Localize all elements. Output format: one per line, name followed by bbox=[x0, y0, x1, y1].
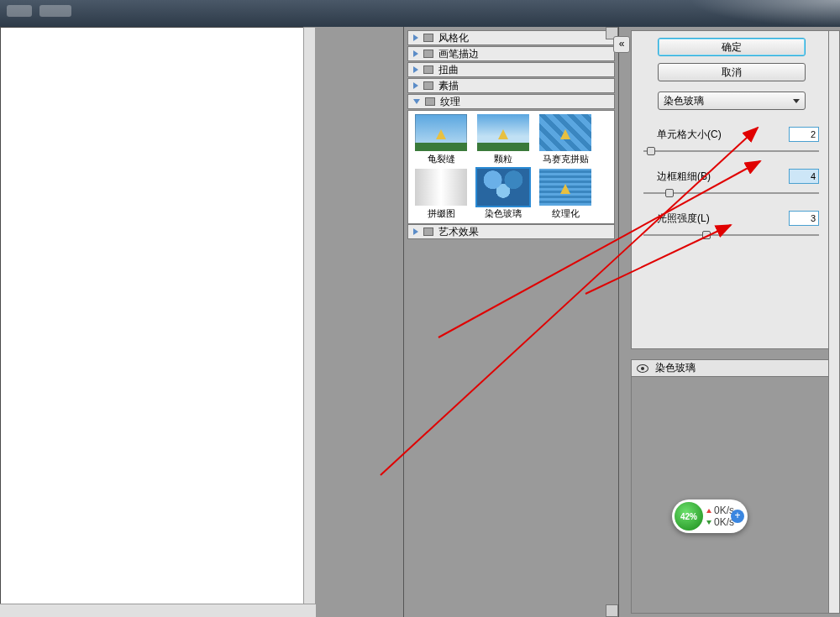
thumb-texturizer[interactable]: 纹理化 bbox=[536, 169, 595, 220]
param-border: 边框粗细(B) bbox=[643, 169, 819, 197]
light-input[interactable] bbox=[789, 211, 819, 226]
effect-preview-panel: 染色玻璃 bbox=[631, 359, 832, 614]
cat-label: 艺术效果 bbox=[438, 225, 479, 239]
preview-title: 染色玻璃 bbox=[655, 361, 696, 375]
upload-icon bbox=[706, 509, 711, 513]
thumb-craquelure[interactable]: 龟裂缝 bbox=[412, 114, 470, 165]
texture-thumbnails: 龟裂缝 颗粒 马赛克拼贴 拼缀图 染色玻璃 纹理化 bbox=[407, 110, 615, 224]
window-titlebar bbox=[0, 0, 840, 27]
chevron-down-icon bbox=[793, 99, 800, 103]
network-widget[interactable]: 42% 0K/s 0K/s + bbox=[672, 499, 748, 533]
param-label: 光照强度(L) bbox=[643, 212, 789, 226]
cat-sketch[interactable]: 素描 bbox=[407, 78, 615, 93]
folder-icon bbox=[423, 34, 433, 42]
cat-label: 素描 bbox=[438, 79, 459, 93]
dropdown-value: 染色玻璃 bbox=[664, 94, 704, 108]
folder-icon bbox=[423, 65, 433, 74]
controls-vscroll[interactable] bbox=[828, 30, 840, 614]
cat-brush[interactable]: 画笔描边 bbox=[407, 46, 615, 61]
thumb-grain[interactable]: 颗粒 bbox=[474, 114, 533, 165]
preview-header[interactable]: 染色玻璃 bbox=[632, 360, 831, 377]
titlebar-btn-2[interactable] bbox=[39, 5, 71, 17]
thumb-stained-glass[interactable]: 染色玻璃 bbox=[474, 169, 533, 220]
collapse-icon[interactable]: « bbox=[613, 36, 630, 53]
border-slider[interactable] bbox=[643, 189, 819, 197]
eye-icon[interactable] bbox=[637, 364, 648, 373]
thumb-mosaic[interactable]: 马赛克拼贴 bbox=[536, 114, 595, 165]
param-label: 单元格大小(C) bbox=[643, 128, 789, 142]
cat-label: 纹理 bbox=[440, 95, 460, 109]
cat-texture[interactable]: 纹理 bbox=[407, 94, 615, 109]
cat-stylize[interactable]: 风格化 bbox=[407, 30, 615, 45]
param-cell-size: 单元格大小(C) bbox=[643, 127, 819, 155]
folder-icon bbox=[423, 50, 433, 58]
cat-label: 扭曲 bbox=[438, 63, 459, 77]
download-icon bbox=[706, 520, 711, 525]
filter-category-panel: 风格化 画笔描边 扭曲 素描 纹理 龟裂缝 颗粒 马赛克拼贴 拼缀图 染色玻璃 … bbox=[403, 27, 618, 617]
cat-artistic[interactable]: 艺术效果 bbox=[407, 224, 615, 239]
canvas-statusbar bbox=[0, 604, 316, 617]
cat-label: 画笔描边 bbox=[438, 47, 479, 61]
ok-button[interactable]: 确定 bbox=[658, 38, 806, 56]
param-light: 光照强度(L) bbox=[643, 211, 819, 239]
filter-dropdown[interactable]: 染色玻璃 bbox=[658, 92, 806, 110]
controls-box: « 确定 取消 染色玻璃 单元格大小(C) 边框粗细(B) 光照强度(L) bbox=[631, 30, 832, 349]
folder-icon bbox=[425, 97, 435, 106]
param-label: 边框粗细(B) bbox=[643, 170, 789, 184]
filter-scroll-down[interactable] bbox=[606, 604, 618, 617]
cell-size-slider[interactable] bbox=[643, 147, 819, 155]
titlebar-btn-1[interactable] bbox=[7, 5, 32, 17]
cpu-badge: 42% bbox=[675, 502, 703, 531]
canvas-area bbox=[0, 27, 403, 617]
cell-size-input[interactable] bbox=[789, 127, 819, 142]
thumb-patchwork[interactable]: 拼缀图 bbox=[412, 169, 470, 220]
light-slider[interactable] bbox=[643, 231, 819, 239]
preview-canvas[interactable] bbox=[0, 27, 312, 617]
border-input[interactable] bbox=[789, 169, 819, 184]
cat-distort[interactable]: 扭曲 bbox=[407, 62, 615, 77]
folder-icon bbox=[423, 81, 433, 90]
folder-icon bbox=[423, 227, 433, 236]
cat-label: 风格化 bbox=[438, 31, 469, 45]
plus-icon[interactable]: + bbox=[731, 510, 744, 523]
canvas-vscroll[interactable] bbox=[303, 27, 316, 617]
cancel-button[interactable]: 取消 bbox=[658, 63, 806, 81]
